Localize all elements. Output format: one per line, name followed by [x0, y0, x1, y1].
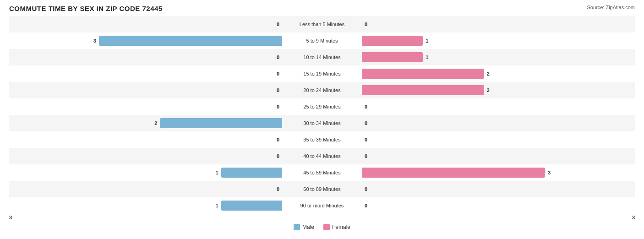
female-bar [362, 36, 423, 46]
bars-area: 0Less than 5 Minutes035 to 9 Minutes1010… [9, 16, 635, 214]
axis-labels: 3 3 [9, 215, 635, 221]
female-bar [362, 52, 423, 62]
right-section: 0 [360, 181, 635, 197]
right-section: 2 [360, 65, 635, 82]
male-value-label: 2 [154, 120, 157, 126]
female-value-label: 2 [487, 87, 490, 93]
female-value-label: 1 [426, 38, 428, 43]
left-section: 0 [9, 148, 284, 164]
male-value-label: 0 [277, 137, 279, 142]
source-text: Source: ZipAtlas.com [587, 5, 635, 10]
male-legend-box [294, 224, 300, 230]
right-section: 0 [360, 131, 635, 148]
right-section: 2 [360, 82, 635, 98]
bar-label: 35 to 39 Minutes [284, 137, 360, 142]
bar-row: 025 to 29 Minutes0 [9, 98, 635, 115]
left-section: 1 [9, 164, 284, 181]
male-value-label: 1 [216, 203, 218, 208]
right-section: 3 [360, 164, 635, 181]
male-value-label: 0 [277, 153, 279, 159]
chart-inner: 0Less than 5 Minutes035 to 9 Minutes1010… [9, 16, 635, 214]
axis-right: 3 [632, 215, 635, 220]
male-value-label: 0 [277, 186, 279, 192]
female-value-label: 0 [365, 137, 367, 142]
bar-label: 60 to 89 Minutes [284, 186, 360, 192]
bar-label: 20 to 24 Minutes [284, 87, 360, 93]
male-bar [99, 36, 282, 46]
left-section: 0 [9, 49, 284, 65]
female-value-label: 0 [365, 120, 367, 126]
female-value-label: 2 [487, 71, 490, 76]
bar-row: 035 to 39 Minutes0 [9, 131, 635, 148]
female-bar [362, 85, 484, 95]
bar-label: 25 to 29 Minutes [284, 104, 360, 109]
female-bar [362, 69, 484, 79]
bar-label: 45 to 59 Minutes [284, 170, 360, 175]
bar-row: 010 to 14 Minutes1 [9, 49, 635, 65]
bar-row: 230 to 34 Minutes0 [9, 115, 635, 131]
bar-row: 0Less than 5 Minutes0 [9, 16, 635, 33]
axis-left: 3 [9, 215, 12, 220]
bar-row: 145 to 59 Minutes3 [9, 164, 635, 181]
right-section: 0 [360, 16, 635, 33]
bar-label: 10 to 14 Minutes [284, 54, 360, 60]
male-value-label: 0 [277, 104, 279, 109]
male-legend-label: Male [302, 224, 314, 230]
bar-label: 15 to 19 Minutes [284, 71, 360, 76]
male-bar [160, 118, 282, 128]
left-section: 0 [9, 82, 284, 98]
male-value-label: 1 [216, 170, 218, 175]
bar-label: 5 to 9 Minutes [284, 38, 360, 43]
bar-label: 30 to 34 Minutes [284, 120, 360, 126]
legend-row: Male Female [9, 224, 635, 230]
bar-row: 190 or more Minutes0 [9, 197, 635, 214]
male-value-label: 0 [277, 71, 279, 76]
right-section: 1 [360, 49, 635, 65]
female-bar [362, 168, 545, 178]
bar-row: 040 to 44 Minutes0 [9, 148, 635, 164]
right-section: 0 [360, 148, 635, 164]
right-section: 1 [360, 33, 635, 49]
left-section: 1 [9, 197, 284, 214]
bar-row: 35 to 9 Minutes1 [9, 33, 635, 49]
bar-row: 015 to 19 Minutes2 [9, 65, 635, 82]
left-section: 2 [9, 115, 284, 131]
left-section: 0 [9, 98, 284, 115]
chart-title: COMMUTE TIME BY SEX IN ZIP CODE 72445 [9, 5, 163, 12]
chart-container: COMMUTE TIME BY SEX IN ZIP CODE 72445 So… [0, 0, 644, 239]
bar-label: 90 or more Minutes [284, 203, 360, 208]
female-value-label: 0 [365, 186, 367, 192]
male-value-label: 0 [277, 87, 279, 93]
bar-label: 40 to 44 Minutes [284, 153, 360, 159]
right-section: 0 [360, 98, 635, 115]
male-value-label: 3 [93, 38, 96, 43]
female-value-label: 0 [365, 203, 367, 208]
title-row: COMMUTE TIME BY SEX IN ZIP CODE 72445 So… [9, 5, 635, 12]
male-value-label: 0 [277, 22, 279, 27]
female-value-label: 3 [548, 170, 551, 175]
bar-label: Less than 5 Minutes [284, 22, 360, 27]
bar-row: 020 to 24 Minutes2 [9, 82, 635, 98]
female-value-label: 0 [365, 104, 367, 109]
left-section: 3 [9, 33, 284, 49]
female-value-label: 1 [426, 54, 428, 60]
male-value-label: 0 [277, 54, 279, 60]
bar-row: 060 to 89 Minutes0 [9, 181, 635, 197]
male-bar [221, 168, 282, 178]
female-value-label: 0 [365, 22, 367, 27]
male-bar [221, 201, 282, 211]
right-section: 0 [360, 197, 635, 214]
female-legend-label: Female [332, 224, 350, 230]
left-section: 0 [9, 181, 284, 197]
right-section: 0 [360, 115, 635, 131]
legend-female: Female [323, 224, 350, 230]
female-value-label: 0 [365, 153, 367, 159]
left-section: 0 [9, 65, 284, 82]
legend-male: Male [294, 224, 314, 230]
left-section: 0 [9, 131, 284, 148]
female-legend-box [323, 224, 330, 230]
left-section: 0 [9, 16, 284, 33]
